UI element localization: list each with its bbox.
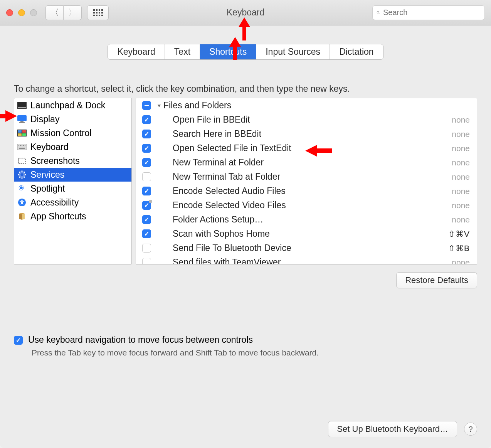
category-spotlight[interactable]: Spotlight	[14, 182, 131, 195]
service-label: Open File in BBEdit	[173, 115, 452, 125]
svg-line-32	[23, 190, 25, 192]
category-accessibility[interactable]: Accessibility	[14, 195, 131, 209]
category-label: Accessibility	[30, 197, 79, 208]
minimize-window-button[interactable]	[18, 9, 25, 16]
service-row[interactable]: Encode Selected Video Filesnone	[136, 198, 477, 212]
category-app-shortcuts[interactable]: App Shortcuts	[14, 209, 131, 223]
svg-rect-27	[19, 172, 20, 173]
service-row[interactable]: New Terminal at Foldernone	[136, 155, 477, 170]
service-shortcut[interactable]: none	[452, 130, 470, 139]
service-checkbox[interactable]	[142, 115, 151, 124]
kbnav-row: Use keyboard navigation to move focus be…	[14, 335, 477, 345]
service-group-header[interactable]: ▼Files and Folders	[136, 98, 477, 113]
chevron-right-icon: 〉	[68, 7, 77, 19]
category-services[interactable]: Services	[14, 168, 131, 182]
kbnav-sublabel: Press the Tab key to move focus forward …	[32, 348, 477, 357]
service-label: Open Selected File in TextEdit	[173, 143, 452, 153]
tab-dictation[interactable]: Dictation	[330, 44, 383, 59]
service-checkbox[interactable]	[142, 144, 151, 153]
service-checkbox[interactable]	[142, 244, 151, 253]
keyboard-icon	[17, 142, 27, 152]
service-shortcut[interactable]: none	[452, 115, 470, 125]
back-button[interactable]: 〈	[45, 5, 64, 20]
svg-rect-24	[22, 178, 23, 179]
disclosure-triangle-icon[interactable]: ▼	[156, 103, 162, 108]
service-checkbox[interactable]	[142, 172, 151, 181]
service-checkbox[interactable]	[142, 258, 151, 264]
service-shortcut[interactable]: none	[452, 187, 470, 196]
service-row[interactable]: Open Selected File in TextEditnone	[136, 141, 477, 155]
service-checkbox[interactable]	[142, 130, 151, 138]
service-checkbox[interactable]	[142, 158, 151, 167]
svg-point-0	[377, 11, 379, 13]
search-field[interactable]	[372, 5, 485, 20]
category-keyboard[interactable]: Keyboard	[14, 140, 131, 154]
display-icon	[17, 115, 27, 124]
tab-input-sources[interactable]: Input Sources	[256, 44, 330, 59]
restore-row: Restore Defaults	[14, 272, 477, 288]
svg-line-1	[379, 13, 380, 14]
service-row[interactable]: Open File in BBEditnone	[136, 113, 477, 127]
category-display[interactable]: Display	[14, 112, 131, 126]
category-launchpad-dock[interactable]: Launchpad & Dock	[14, 98, 131, 112]
service-shortcut[interactable]: none	[452, 258, 470, 265]
service-row[interactable]: Folder Actions Setup…none	[136, 212, 477, 227]
forward-button[interactable]: 〉	[64, 5, 82, 20]
launchpad-icon	[17, 101, 27, 110]
service-shortcut[interactable]: none	[452, 215, 470, 224]
category-screenshots[interactable]: Screenshots	[14, 154, 131, 168]
tab-keyboard[interactable]: Keyboard	[108, 44, 165, 59]
service-shortcut[interactable]: ⇧⌘V	[448, 229, 470, 239]
help-button[interactable]: ?	[464, 423, 477, 436]
service-shortcut[interactable]: none	[452, 172, 470, 182]
svg-rect-22	[25, 174, 26, 175]
service-checkbox[interactable]	[142, 229, 151, 238]
window-title: Keyboard	[227, 7, 264, 18]
service-label: Search Here in BBEdit	[173, 129, 452, 139]
category-label: Screenshots	[30, 156, 80, 166]
service-row[interactable]: Send File To Bluetooth Device⇧⌘B	[136, 241, 477, 255]
setup-bluetooth-button[interactable]: Set Up Bluetooth Keyboard…	[328, 421, 457, 437]
svg-rect-3	[18, 107, 26, 108]
service-shortcut[interactable]: ⇧⌘B	[448, 244, 470, 253]
show-all-button[interactable]	[87, 5, 109, 20]
svg-rect-12	[17, 144, 27, 150]
window: 〈 〉 Keyboard KeyboardTextShortcutsInput …	[0, 0, 491, 448]
search-icon	[377, 9, 380, 16]
screenshot-icon	[17, 156, 27, 165]
category-list[interactable]: Launchpad & DockDisplayMission ControlKe…	[14, 98, 132, 264]
service-checkbox[interactable]	[142, 215, 151, 224]
service-row[interactable]: Search Here in BBEditnone	[136, 127, 477, 141]
services-list[interactable]: ▼Files and FoldersOpen File in BBEditnon…	[136, 98, 477, 264]
close-window-button[interactable]	[6, 9, 13, 16]
accessibility-icon	[17, 198, 27, 207]
svg-rect-14	[20, 145, 21, 146]
kbnav-label: Use keyboard navigation to move focus be…	[28, 335, 253, 345]
panel-resize-handle[interactable]	[149, 200, 152, 203]
service-checkbox[interactable]	[142, 187, 151, 195]
kbnav-checkbox[interactable]	[14, 336, 23, 345]
tab-text[interactable]: Text	[165, 44, 200, 59]
search-input[interactable]	[383, 8, 481, 17]
service-row[interactable]: Scan with Sophos Home⇧⌘V	[136, 227, 477, 241]
category-mission-control[interactable]: Mission Control	[14, 126, 131, 140]
service-label: Folder Actions Setup…	[173, 214, 452, 225]
service-row[interactable]: Encode Selected Audio Filesnone	[136, 184, 477, 198]
group-checkbox[interactable]	[142, 101, 151, 110]
category-label: Services	[30, 170, 64, 180]
svg-rect-26	[18, 174, 19, 175]
tab-shortcuts[interactable]: Shortcuts	[200, 44, 256, 59]
svg-point-21	[20, 173, 23, 176]
mission-icon	[17, 128, 27, 138]
service-row[interactable]: Send files with TeamViewernone	[136, 255, 477, 264]
service-shortcut[interactable]: none	[452, 144, 470, 153]
gear-icon	[17, 170, 27, 179]
service-row[interactable]: New Terminal Tab at Foldernone	[136, 170, 477, 184]
service-shortcut[interactable]: none	[452, 158, 470, 167]
svg-rect-4	[17, 115, 27, 121]
zoom-window-button[interactable]	[30, 9, 37, 16]
restore-defaults-button[interactable]: Restore Defaults	[396, 272, 477, 288]
service-shortcut[interactable]: none	[452, 201, 470, 210]
service-label: Scan with Sophos Home	[173, 229, 448, 239]
body: KeyboardTextShortcutsInput SourcesDictat…	[0, 25, 491, 448]
